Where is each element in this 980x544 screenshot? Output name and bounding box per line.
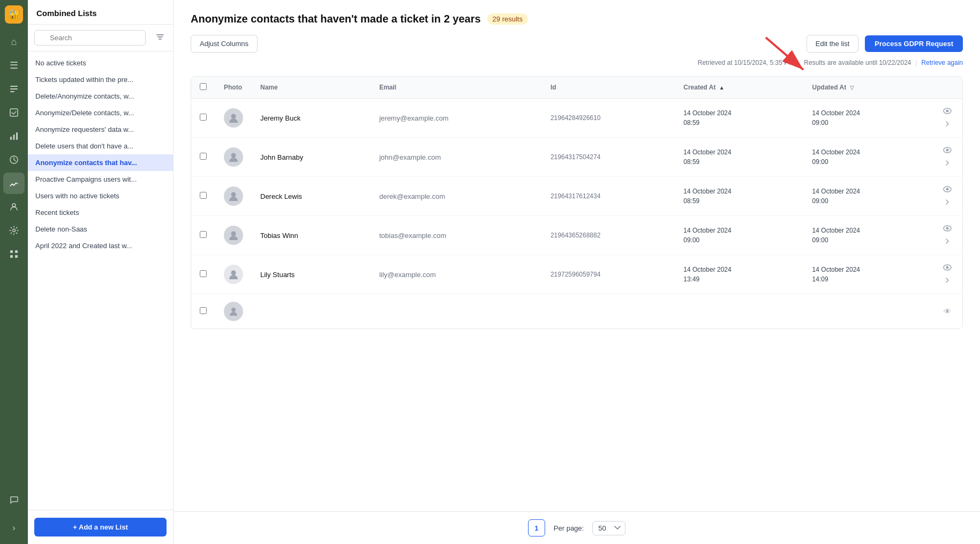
svg-point-14	[231, 114, 236, 119]
filter-button[interactable]	[154, 31, 167, 46]
sidebar-search-row: 🔍	[28, 25, 173, 51]
sidebar-item-anonymize-contacts[interactable]: Anonymize contacts that hav...	[28, 154, 173, 171]
nav-item-apps[interactable]	[3, 243, 25, 265]
svg-rect-3	[10, 109, 18, 116]
sidebar-item-april-2022[interactable]: April 2022 and Created last w...	[28, 237, 173, 254]
created-at: 14 October 202409:00	[675, 216, 803, 255]
row-checkbox[interactable]	[200, 231, 207, 238]
nav-item-history[interactable]	[3, 149, 25, 170]
view-button[interactable]	[941, 145, 954, 156]
row-checkbox[interactable]	[200, 114, 207, 121]
available-until-text: Results are available until 10/22/2024	[804, 59, 911, 66]
avatar	[224, 302, 243, 321]
view-button[interactable]	[941, 106, 954, 117]
svg-point-23	[231, 232, 236, 236]
created-at	[675, 294, 803, 329]
created-at: 14 October 202408:59	[675, 177, 803, 216]
updated-at: 14 October 202409:00	[804, 138, 932, 177]
sidebar-item-anonymize-delete[interactable]: Anonymize/Delete contacts, w...	[28, 105, 173, 121]
sort-created-icon: ▲	[719, 85, 725, 91]
avatar	[224, 265, 243, 284]
th-updated-at[interactable]: Updated At ▽	[804, 77, 932, 99]
nav-item-menu[interactable]: ☰	[3, 55, 25, 76]
add-list-button[interactable]: + Add a new List	[34, 518, 167, 536]
logo-icon: 🔐	[8, 9, 20, 20]
nav-item-analytics[interactable]	[3, 173, 25, 194]
sidebar-item-proactive-campaigns[interactable]: Proactive Campaigns users wit...	[28, 171, 173, 188]
adjust-columns-button[interactable]: Adjust Columns	[191, 35, 258, 53]
row-actions	[941, 263, 954, 286]
nav-item-reports[interactable]	[3, 125, 25, 147]
expand-button[interactable]	[943, 119, 952, 130]
expand-button[interactable]	[943, 158, 952, 169]
sidebar-list: No active tickets Tickets updated within…	[28, 51, 173, 510]
search-input[interactable]	[34, 30, 146, 46]
svg-rect-2	[10, 91, 14, 92]
svg-rect-0	[10, 86, 18, 87]
nav-item-tasks[interactable]	[3, 102, 25, 123]
user-id: 21964317612434	[542, 177, 675, 216]
th-email: Email	[371, 77, 542, 99]
created-at: 14 October 202408:59	[675, 99, 803, 138]
table-row: Tobias Winn tobias@example.com 219643652…	[191, 216, 962, 255]
expand-button[interactable]	[943, 236, 952, 247]
row-checkbox[interactable]	[200, 153, 207, 160]
table-row: Jeremy Buck jeremy@example.com 219642849…	[191, 99, 962, 138]
th-photo: Photo	[215, 77, 252, 99]
user-name: Dereck Lewis	[252, 177, 371, 216]
row-actions	[941, 184, 954, 208]
th-actions	[932, 77, 962, 99]
process-gdpr-button[interactable]: Process GDPR Request	[865, 35, 963, 52]
th-created-at[interactable]: Created At ▲	[675, 77, 803, 99]
nav-item-settings[interactable]	[3, 220, 25, 241]
retrieve-again-link[interactable]: Retrieve again	[922, 59, 963, 66]
expand-button[interactable]	[943, 197, 952, 208]
retrieved-row: Retrieved at 10/15/2024, 5:35 PM | Resul…	[191, 59, 963, 66]
search-wrap: 🔍	[34, 30, 149, 46]
svg-point-20	[231, 192, 236, 197]
nav-item-lists[interactable]	[3, 78, 25, 100]
svg-rect-11	[15, 250, 18, 253]
expand-button[interactable]	[943, 275, 952, 286]
user-id: 21964317504274	[542, 138, 675, 177]
sidebar-item-no-active-tickets[interactable]: No active tickets	[28, 55, 173, 71]
sidebar: Combined Lists 🔍 No active tickets Ticke…	[28, 0, 174, 544]
page-number-1[interactable]: 1	[528, 519, 545, 536]
user-name: Lily Stuarts	[252, 255, 371, 294]
sidebar-item-delete-users[interactable]: Delete users that don't have a...	[28, 138, 173, 154]
svg-point-26	[231, 271, 236, 275]
nav-collapse-btn[interactable]: ›	[3, 517, 25, 539]
svg-rect-12	[10, 255, 13, 258]
pagination-bar: 1 Per page: 10 25 50 100	[174, 511, 980, 544]
avatar	[224, 147, 243, 167]
sidebar-item-recent-tickets[interactable]: Recent tickets	[28, 204, 173, 221]
updated-at: 14 October 202414:09	[804, 255, 932, 294]
row-checkbox[interactable]	[200, 307, 207, 314]
table-row: 👁	[191, 294, 962, 329]
svg-rect-13	[15, 255, 18, 258]
nav-item-users[interactable]	[3, 196, 25, 218]
view-button[interactable]	[941, 223, 954, 234]
view-button[interactable]: 👁	[941, 306, 953, 317]
sidebar-item-anonymize-requesters[interactable]: Anonymize requesters' data w...	[28, 121, 173, 138]
th-id: Id	[542, 77, 675, 99]
row-checkbox[interactable]	[200, 270, 207, 277]
sidebar-item-users-no-tickets[interactable]: Users with no active tickets	[28, 188, 173, 204]
created-at: 14 October 202413:49	[675, 255, 803, 294]
user-email: tobias@example.com	[371, 216, 542, 255]
sidebar-title: Combined Lists	[28, 0, 173, 25]
sidebar-item-delete-non-saas[interactable]: Delete non-Saas	[28, 221, 173, 237]
select-all-checkbox[interactable]	[200, 83, 207, 90]
sidebar-item-delete-anonymize[interactable]: Delete/Anonymize contacts, w...	[28, 88, 173, 105]
view-button[interactable]	[941, 184, 954, 195]
updated-at: 14 October 202409:00	[804, 177, 932, 216]
per-page-select[interactable]: 10 25 50 100	[592, 521, 625, 535]
sidebar-item-tickets-updated[interactable]: Tickets updated within the pre...	[28, 71, 173, 88]
edit-list-button[interactable]: Edit the list	[806, 35, 859, 53]
updated-at	[804, 294, 932, 329]
view-button[interactable]	[941, 263, 954, 273]
nav-item-chat[interactable]	[3, 489, 25, 511]
row-actions	[941, 223, 954, 247]
nav-item-home[interactable]: ⌂	[3, 31, 25, 53]
row-checkbox[interactable]	[200, 192, 207, 199]
